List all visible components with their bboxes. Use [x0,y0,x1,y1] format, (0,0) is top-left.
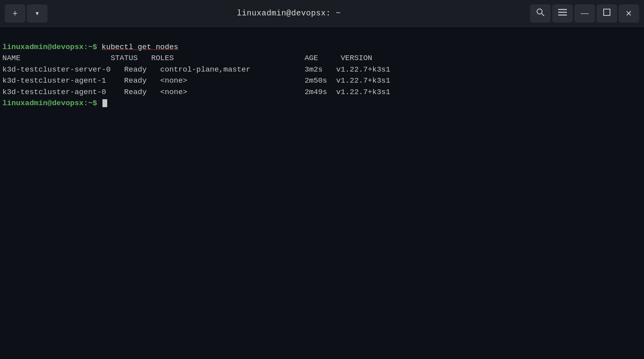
search-button[interactable] [530,4,551,23]
command-line: linuxadmin@devopsx:~$ kubectl get nodes [2,42,642,53]
header-status: STATUS [111,54,138,62]
dropdown-button[interactable]: ▾ [27,4,47,23]
node-2-roles: <none> [160,88,187,96]
chevron-down-icon: ▾ [36,9,39,17]
titlebar-left: + ▾ [5,4,47,23]
new-tab-button[interactable]: + [5,4,25,23]
close-icon: ✕ [625,9,632,18]
titlebar: + ▾ linuxadmin@devopsx: ~ [0,0,644,27]
menu-button[interactable] [552,4,573,23]
node-0-version: v1.22.7+k3s1 [336,65,390,74]
node-1-version: v1.22.7+k3s1 [336,76,390,85]
prompt-1-suffix: :~$ [83,43,97,51]
node-1-age: 2m50s [305,76,327,85]
node-0-status: Ready [124,65,147,74]
titlebar-title: linuxadmin@devopsx: ~ [237,9,341,18]
node-row-2: k3d-testcluster-agent-0 Ready <none> 2m4… [2,87,642,98]
node-row-1: k3d-testcluster-agent-1 Ready <none> 2m5… [2,75,642,87]
node-1-roles: <none> [160,76,187,85]
header-name: NAME [2,54,21,62]
terminal-body[interactable]: linuxadmin@devopsx:~$ kubectl get nodes … [0,27,644,123]
close-button[interactable]: ✕ [619,4,639,23]
svg-rect-5 [604,9,610,15]
prompt-2: linuxadmin@devopsx [2,99,83,108]
node-0-name: k3d-testcluster-server-0 [2,65,111,74]
hamburger-icon [558,9,567,18]
maximize-icon [603,9,610,18]
node-2-version: v1.22.7+k3s1 [336,88,390,96]
node-1-status: Ready [124,76,147,85]
header-line: NAME STATUS ROLES AGE VERSION [2,53,642,64]
prompt-2-suffix: :~$ [83,99,97,108]
node-2-age: 2m49s [305,88,327,96]
minimize-button[interactable]: — [574,4,595,23]
minimize-icon: — [581,9,589,18]
prompt-line-2: linuxadmin@devopsx:~$ [2,98,642,109]
node-2-status: Ready [124,88,147,96]
search-icon [536,8,545,19]
command-text: kubectl get nodes [102,43,178,51]
header-version: VERSION [341,54,372,62]
svg-line-1 [542,13,544,16]
header-roles: ROLES [151,54,174,62]
node-0-roles: control-plane,master [160,65,250,74]
new-tab-icon: + [13,8,18,19]
titlebar-right: — ✕ [530,4,639,23]
prompt-1: linuxadmin@devopsx [2,43,83,51]
node-0-age: 3m2s [305,65,323,74]
header-age: AGE [305,54,318,62]
command-underline: kubectl get nodes [102,43,178,51]
node-1-name: k3d-testcluster-agent-1 [2,76,106,85]
cursor [102,99,107,107]
maximize-button[interactable] [597,4,617,23]
node-2-name: k3d-testcluster-agent-0 [2,88,106,96]
node-row-0: k3d-testcluster-server-0 Ready control-p… [2,64,642,76]
